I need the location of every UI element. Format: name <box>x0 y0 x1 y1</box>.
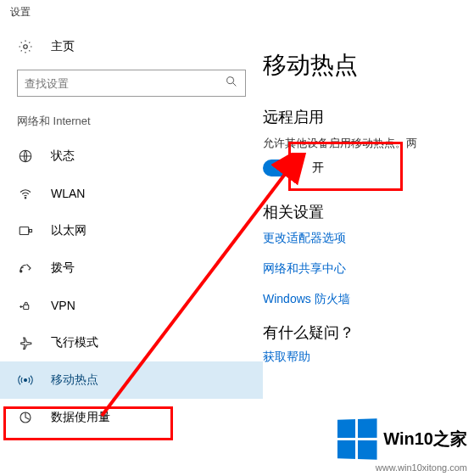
titlebar: 设置 <box>0 0 474 24</box>
sidebar-item-label: 移动热点 <box>51 372 98 388</box>
sidebar-item-label: 数据使用量 <box>51 410 110 425</box>
link-network-sharing[interactable]: 网络和共享中心 <box>263 261 474 277</box>
sidebar-item-dialup[interactable]: 拨号 <box>0 249 263 287</box>
airplane-icon <box>17 335 34 350</box>
dialup-icon <box>17 260 34 276</box>
svg-rect-5 <box>20 227 29 235</box>
svg-point-4 <box>25 198 26 199</box>
search-box[interactable] <box>17 70 246 97</box>
sidebar-item-vpn[interactable]: VPN <box>0 287 263 324</box>
section-label: 网络和 Internet <box>0 110 263 137</box>
svg-line-2 <box>233 83 236 86</box>
gear-icon <box>17 39 34 54</box>
sidebar-item-label: 状态 <box>51 148 75 164</box>
link-get-help[interactable]: 获取帮助 <box>263 350 474 365</box>
svg-point-8 <box>20 271 22 272</box>
page-title: 移动热点 <box>263 49 474 81</box>
sidebar-item-label: WLAN <box>51 187 85 200</box>
sidebar-item-label: 拨号 <box>51 260 75 276</box>
ethernet-icon <box>17 223 34 238</box>
svg-point-1 <box>227 77 234 84</box>
data-icon <box>17 410 34 425</box>
remote-enable-title: 远程启用 <box>263 107 474 127</box>
hotspot-icon <box>17 372 34 388</box>
home-button[interactable]: 主页 <box>0 32 263 61</box>
sidebar-item-datausage[interactable]: 数据使用量 <box>0 399 263 436</box>
sidebar-item-ethernet[interactable]: 以太网 <box>0 212 263 249</box>
toggle-state-label: 开 <box>312 160 324 176</box>
vpn-icon <box>17 298 34 313</box>
main-panel: 移动热点 远程启用 允许其他设备启用移动热点。两 开 相关设置 更改适配器选项 … <box>263 24 474 476</box>
remote-enable-desc: 允许其他设备启用移动热点。两 <box>263 136 474 151</box>
svg-rect-6 <box>30 230 32 232</box>
link-adapter-options[interactable]: 更改适配器选项 <box>263 231 474 246</box>
watermark-url: www.win10xitong.com <box>376 462 467 473</box>
sidebar-item-wlan[interactable]: WLAN <box>0 175 263 212</box>
sidebar-item-hotspot[interactable]: 移动热点 <box>0 361 263 399</box>
related-settings-title: 相关设置 <box>263 202 474 222</box>
svg-point-10 <box>25 379 27 382</box>
remote-enable-toggle[interactable] <box>263 160 300 176</box>
status-icon <box>17 148 34 164</box>
home-label: 主页 <box>51 39 75 54</box>
search-input[interactable] <box>25 77 225 90</box>
sidebar-item-airplane[interactable]: 飞行模式 <box>0 324 263 361</box>
question-title: 有什么疑问？ <box>263 322 474 343</box>
svg-point-0 <box>24 45 28 49</box>
sidebar-item-label: VPN <box>51 299 75 312</box>
sidebar-item-label: 以太网 <box>51 223 86 238</box>
link-firewall[interactable]: Windows 防火墙 <box>263 292 474 307</box>
svg-rect-9 <box>24 305 29 309</box>
sidebar-item-status[interactable]: 状态 <box>0 137 263 175</box>
wifi-icon <box>17 186 34 201</box>
sidebar-item-label: 飞行模式 <box>51 335 98 350</box>
sidebar: 主页 网络和 Internet 状态 WLAN <box>0 24 263 476</box>
search-icon <box>225 75 238 92</box>
window-title: 设置 <box>10 5 31 20</box>
